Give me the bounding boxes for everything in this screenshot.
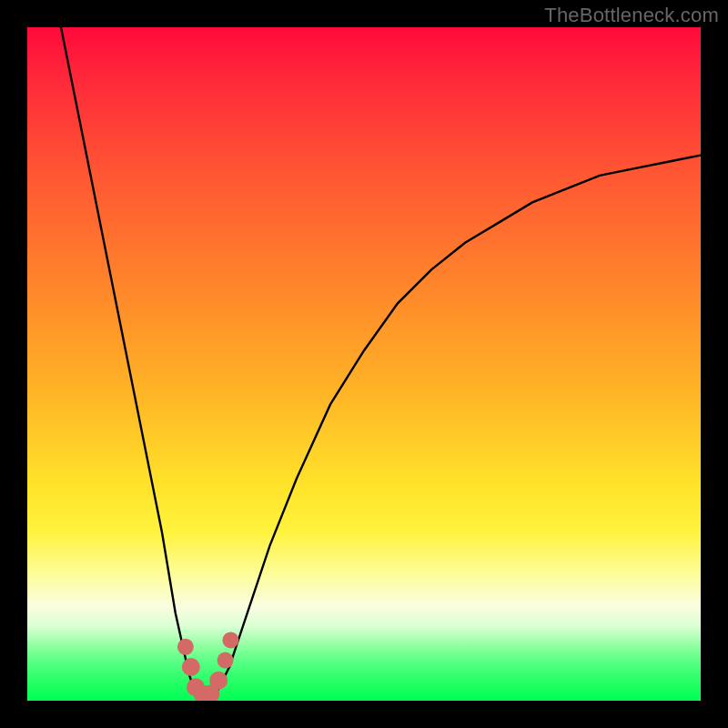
watermark-text: TheBottleneck.com xyxy=(544,4,719,27)
curve-marker xyxy=(217,652,234,669)
curve-marker xyxy=(201,685,219,701)
curve-markers xyxy=(177,632,239,701)
plot-area xyxy=(27,27,701,701)
curve-marker xyxy=(193,685,211,701)
chart-frame: TheBottleneck.com xyxy=(0,0,728,728)
curve-marker xyxy=(177,639,194,655)
curve-marker xyxy=(187,678,205,696)
curve-marker xyxy=(182,658,200,676)
bottleneck-curve xyxy=(61,27,701,701)
curve-marker xyxy=(209,672,228,690)
curve-layer xyxy=(27,27,701,701)
curve-marker xyxy=(222,632,238,648)
